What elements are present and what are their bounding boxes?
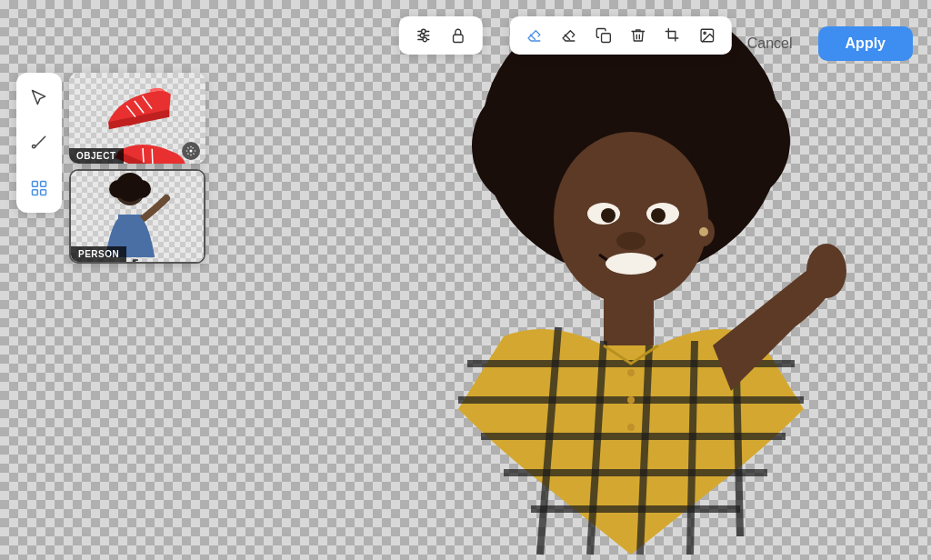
cursor-indicator: ↖ xyxy=(130,253,145,264)
action-buttons: Cancel Apply xyxy=(733,26,913,61)
main-image xyxy=(322,27,931,560)
svg-point-27 xyxy=(627,369,635,376)
layer-item-object[interactable]: OBJECT xyxy=(69,73,205,164)
svg-point-9 xyxy=(699,227,708,236)
svg-point-14 xyxy=(606,253,656,275)
svg-point-26 xyxy=(806,244,846,298)
sliders-icon[interactable] xyxy=(412,24,435,47)
lock-icon[interactable] xyxy=(446,24,470,47)
layer-item-person[interactable]: PERSON ↖ xyxy=(69,169,205,264)
svg-rect-39 xyxy=(454,35,464,42)
layer-panel: OBJECT xyxy=(69,73,205,264)
svg-point-57 xyxy=(109,180,127,198)
trash-icon[interactable] xyxy=(626,24,650,47)
svg-rect-43 xyxy=(33,182,38,187)
cancel-button[interactable]: Cancel xyxy=(733,28,807,59)
brush-tool[interactable] xyxy=(24,127,55,158)
svg-point-58 xyxy=(133,180,151,198)
top-toolbar xyxy=(399,16,732,55)
svg-point-32 xyxy=(422,29,426,34)
magic-eraser-icon[interactable] xyxy=(523,24,546,47)
svg-point-35 xyxy=(420,34,425,38)
svg-point-4 xyxy=(472,86,572,205)
crop-icon[interactable] xyxy=(661,24,685,47)
svg-point-28 xyxy=(627,396,635,404)
svg-point-29 xyxy=(627,424,635,431)
layer-settings-btn[interactable] xyxy=(182,142,200,160)
duplicate-icon[interactable] xyxy=(592,24,616,47)
apply-button[interactable]: Apply xyxy=(818,26,913,61)
toolbar-group-2 xyxy=(510,16,732,55)
svg-rect-46 xyxy=(41,190,46,195)
svg-rect-40 xyxy=(602,34,611,43)
svg-point-42 xyxy=(704,32,706,34)
svg-line-19 xyxy=(690,341,695,555)
svg-point-15 xyxy=(616,232,646,250)
left-sidebar xyxy=(16,73,62,213)
svg-point-6 xyxy=(554,132,708,305)
svg-rect-45 xyxy=(33,190,38,195)
svg-point-38 xyxy=(423,37,427,42)
eraser-icon[interactable] xyxy=(557,24,581,47)
pattern-tool[interactable] xyxy=(24,173,55,204)
export-icon[interactable] xyxy=(696,24,719,47)
toolbar-group-1 xyxy=(399,16,483,55)
svg-rect-44 xyxy=(41,182,46,187)
svg-point-13 xyxy=(651,208,666,223)
selection-tool[interactable] xyxy=(24,82,55,113)
layer-label-object: OBJECT xyxy=(69,148,124,164)
svg-point-52 xyxy=(190,150,193,153)
layer-label-person: PERSON xyxy=(71,246,126,262)
svg-point-5 xyxy=(690,82,790,200)
svg-point-11 xyxy=(601,208,616,223)
svg-rect-7 xyxy=(604,291,654,345)
